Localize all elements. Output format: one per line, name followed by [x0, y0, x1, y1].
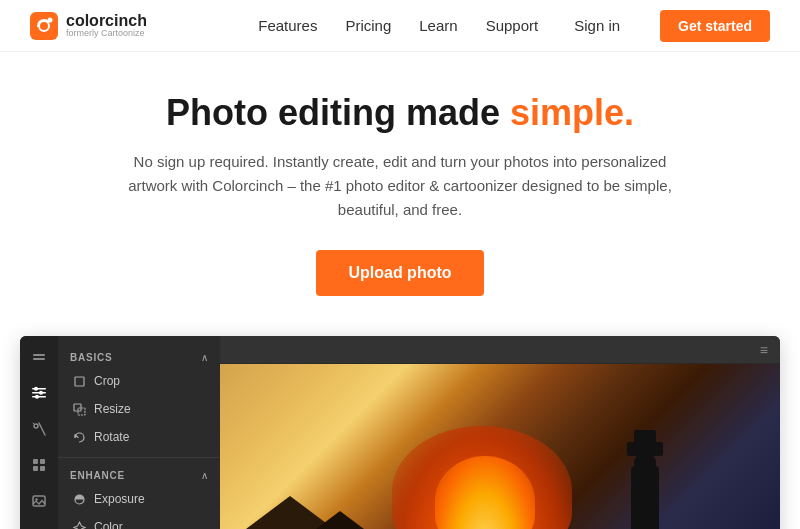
hero-title-part1: Photo editing made	[166, 92, 510, 133]
brand-formerly: formerly Cartoonize	[66, 29, 147, 38]
svg-line-11	[39, 423, 45, 435]
svg-rect-0	[30, 12, 58, 40]
menu-item-resize[interactable]: Resize	[58, 395, 220, 423]
svg-line-13	[33, 423, 34, 424]
nav-support[interactable]: Support	[486, 17, 539, 34]
nav-features[interactable]: Features	[258, 17, 317, 34]
resize-label: Resize	[94, 402, 131, 416]
enhance-title: ENHANCE	[70, 470, 125, 481]
enhance-section-header: ENHANCE ∧	[58, 464, 220, 485]
person-body	[631, 466, 659, 529]
color-icon	[72, 520, 86, 529]
svg-point-12	[34, 424, 38, 428]
menu-item-color[interactable]: Color	[58, 513, 220, 529]
hero-title-accent: simple.	[510, 92, 634, 133]
svg-rect-16	[33, 466, 38, 471]
crop-icon	[72, 374, 86, 388]
canvas-topbar: ≡	[220, 336, 780, 364]
svg-rect-20	[75, 377, 84, 386]
svg-point-8	[34, 387, 38, 391]
canvas-area: ≡	[220, 336, 780, 529]
nav-learn[interactable]: Learn	[419, 17, 457, 34]
rotate-icon	[72, 430, 86, 444]
svg-point-2	[48, 17, 53, 22]
brand-name: colorcinch	[66, 13, 147, 29]
menu-item-exposure[interactable]: Exposure	[58, 485, 220, 513]
basics-title: BASICS	[70, 352, 113, 363]
exposure-label: Exposure	[94, 492, 145, 506]
hero-subtitle: No sign up required. Instantly create, e…	[120, 150, 680, 222]
nav-pricing[interactable]: Pricing	[345, 17, 391, 34]
svg-rect-14	[33, 459, 38, 464]
menu-item-crop[interactable]: Crop	[58, 367, 220, 395]
color-label: Color	[94, 520, 123, 529]
svg-rect-4	[33, 358, 45, 360]
sidebar: BASICS ∧ Crop Resize	[20, 336, 220, 529]
magic-wand-icon[interactable]	[28, 418, 50, 440]
sidebar-icon-strip	[20, 336, 58, 529]
svg-point-9	[39, 391, 43, 395]
svg-rect-3	[33, 354, 45, 356]
hero-title: Photo editing made simple.	[20, 92, 780, 134]
enhance-chevron-icon: ∧	[201, 470, 208, 481]
main-nav: Features Pricing Learn Support Sign in G…	[258, 10, 770, 42]
exposure-icon	[72, 492, 86, 506]
logo-area[interactable]: colorcinch formerly Cartoonize	[30, 12, 147, 40]
svg-rect-17	[40, 466, 45, 471]
section-separator	[58, 457, 220, 458]
hero-section: Photo editing made simple. No sign up re…	[0, 52, 800, 326]
menu-item-rotate[interactable]: Rotate	[58, 423, 220, 451]
crop-label: Crop	[94, 374, 120, 388]
svg-point-19	[35, 498, 37, 500]
svg-point-10	[35, 395, 39, 399]
mountain-mid	[280, 511, 400, 529]
sidebar-panel: BASICS ∧ Crop Resize	[58, 336, 220, 529]
get-started-button[interactable]: Get started	[660, 10, 770, 42]
upload-photo-button[interactable]: Upload photo	[316, 250, 483, 296]
svg-rect-15	[40, 459, 45, 464]
sliders-icon[interactable]	[28, 382, 50, 404]
basics-chevron-icon: ∧	[201, 352, 208, 363]
canvas-menu-icon[interactable]: ≡	[760, 342, 770, 358]
image-icon[interactable]	[28, 490, 50, 512]
sign-in-link[interactable]: Sign in	[574, 17, 620, 34]
resize-icon	[72, 402, 86, 416]
logo-text-area: colorcinch formerly Cartoonize	[66, 13, 147, 38]
basics-section-header: BASICS ∧	[58, 346, 220, 367]
canvas-image	[220, 364, 780, 529]
rotate-label: Rotate	[94, 430, 129, 444]
header: colorcinch formerly Cartoonize Features …	[0, 0, 800, 52]
person-silhouette	[610, 426, 680, 529]
app-preview: BASICS ∧ Crop Resize	[20, 336, 780, 529]
layers-icon[interactable]	[28, 346, 50, 368]
grid-icon[interactable]	[28, 454, 50, 476]
logo-icon	[30, 12, 58, 40]
